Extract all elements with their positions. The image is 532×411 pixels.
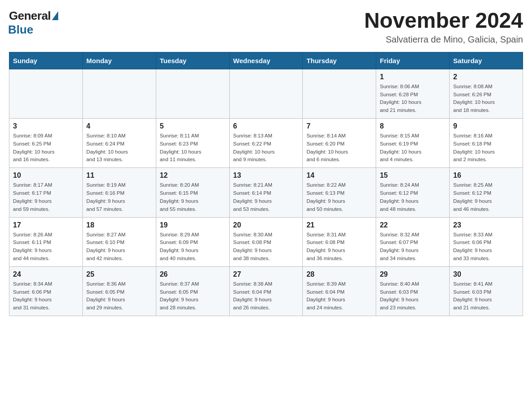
day-number: 22 [380, 221, 446, 229]
day-number: 12 [160, 171, 226, 180]
title-block: November 2024 Salvatierra de Mino, Galic… [364, 9, 523, 45]
day-info: Sunrise: 8:19 AM Sunset: 6:16 PM Dayligh… [86, 181, 152, 213]
day-number: 10 [13, 171, 79, 180]
day-info: Sunrise: 8:40 AM Sunset: 6:03 PM Dayligh… [380, 280, 446, 312]
calendar-cell: 11Sunrise: 8:19 AM Sunset: 6:16 PM Dayli… [82, 168, 156, 217]
day-number: 28 [306, 270, 372, 278]
day-info: Sunrise: 8:08 AM Sunset: 6:26 PM Dayligh… [453, 83, 519, 115]
day-info: Sunrise: 8:13 AM Sunset: 6:22 PM Dayligh… [233, 132, 299, 164]
day-info: Sunrise: 8:39 AM Sunset: 6:04 PM Dayligh… [306, 280, 372, 312]
calendar-cell [303, 69, 376, 118]
calendar-table: SundayMondayTuesdayWednesdayThursdayFrid… [9, 52, 523, 316]
logo-blue-text: Blue [8, 23, 33, 37]
calendar-cell: 17Sunrise: 8:26 AM Sunset: 6:11 PM Dayli… [9, 217, 83, 266]
day-number: 8 [380, 122, 446, 130]
day-info: Sunrise: 8:20 AM Sunset: 6:15 PM Dayligh… [160, 181, 226, 213]
calendar-header-friday: Friday [376, 52, 450, 69]
calendar-cell: 26Sunrise: 8:37 AM Sunset: 6:05 PM Dayli… [156, 266, 229, 316]
calendar-cell: 27Sunrise: 8:38 AM Sunset: 6:04 PM Dayli… [229, 266, 303, 316]
calendar-cell: 9Sunrise: 8:16 AM Sunset: 6:18 PM Daylig… [450, 119, 523, 168]
calendar-cell: 16Sunrise: 8:25 AM Sunset: 6:12 PM Dayli… [450, 168, 523, 217]
day-number: 15 [380, 171, 446, 180]
day-number: 1 [380, 73, 446, 81]
logo-general-text: General [9, 9, 51, 23]
day-info: Sunrise: 8:29 AM Sunset: 6:09 PM Dayligh… [160, 231, 226, 263]
day-number: 23 [453, 221, 519, 229]
page-container: General Blue November 2024 Salvatierra d… [9, 9, 523, 316]
calendar-header-saturday: Saturday [450, 52, 523, 69]
calendar-cell: 2Sunrise: 8:08 AM Sunset: 6:26 PM Daylig… [450, 69, 523, 118]
calendar-cell: 6Sunrise: 8:13 AM Sunset: 6:22 PM Daylig… [229, 119, 303, 168]
calendar-cell: 20Sunrise: 8:30 AM Sunset: 6:08 PM Dayli… [229, 217, 303, 266]
calendar-cell: 3Sunrise: 8:09 AM Sunset: 6:25 PM Daylig… [9, 119, 83, 168]
day-info: Sunrise: 8:11 AM Sunset: 6:23 PM Dayligh… [160, 132, 226, 164]
calendar-cell: 21Sunrise: 8:31 AM Sunset: 6:08 PM Dayli… [303, 217, 376, 266]
day-number: 18 [86, 221, 152, 229]
day-number: 21 [306, 221, 372, 229]
day-number: 2 [453, 73, 519, 81]
day-number: 3 [13, 122, 79, 130]
day-number: 19 [160, 221, 226, 229]
day-info: Sunrise: 8:27 AM Sunset: 6:10 PM Dayligh… [86, 231, 152, 263]
calendar-cell: 8Sunrise: 8:15 AM Sunset: 6:19 PM Daylig… [376, 119, 450, 168]
calendar-cell [9, 69, 83, 118]
day-info: Sunrise: 8:38 AM Sunset: 6:04 PM Dayligh… [233, 280, 299, 312]
day-info: Sunrise: 8:26 AM Sunset: 6:11 PM Dayligh… [13, 231, 79, 263]
logo: General Blue [9, 9, 58, 37]
day-info: Sunrise: 8:41 AM Sunset: 6:03 PM Dayligh… [453, 280, 519, 312]
day-info: Sunrise: 8:33 AM Sunset: 6:06 PM Dayligh… [453, 231, 519, 263]
day-number: 14 [306, 171, 372, 180]
calendar-cell [229, 69, 303, 118]
day-info: Sunrise: 8:06 AM Sunset: 6:28 PM Dayligh… [380, 83, 446, 115]
day-info: Sunrise: 8:36 AM Sunset: 6:05 PM Dayligh… [86, 280, 152, 312]
calendar-cell [82, 69, 156, 118]
calendar-header-thursday: Thursday [303, 52, 376, 69]
calendar-header-tuesday: Tuesday [156, 52, 229, 69]
calendar-cell: 14Sunrise: 8:22 AM Sunset: 6:13 PM Dayli… [303, 168, 376, 217]
calendar-cell: 22Sunrise: 8:32 AM Sunset: 6:07 PM Dayli… [376, 217, 450, 266]
location-subtitle: Salvatierra de Mino, Galicia, Spain [364, 34, 523, 45]
day-number: 7 [306, 122, 372, 130]
day-info: Sunrise: 8:34 AM Sunset: 6:06 PM Dayligh… [13, 280, 79, 312]
day-info: Sunrise: 8:22 AM Sunset: 6:13 PM Dayligh… [306, 181, 372, 213]
calendar-header-monday: Monday [82, 52, 156, 69]
day-info: Sunrise: 8:24 AM Sunset: 6:12 PM Dayligh… [380, 181, 446, 213]
calendar-week-row: 10Sunrise: 8:17 AM Sunset: 6:17 PM Dayli… [9, 168, 523, 217]
day-number: 4 [86, 122, 152, 130]
calendar-cell: 24Sunrise: 8:34 AM Sunset: 6:06 PM Dayli… [9, 266, 83, 316]
day-number: 16 [453, 171, 519, 180]
day-info: Sunrise: 8:09 AM Sunset: 6:25 PM Dayligh… [13, 132, 79, 164]
calendar-cell: 13Sunrise: 8:21 AM Sunset: 6:14 PM Dayli… [229, 168, 303, 217]
calendar-cell: 28Sunrise: 8:39 AM Sunset: 6:04 PM Dayli… [303, 266, 376, 316]
calendar-week-row: 3Sunrise: 8:09 AM Sunset: 6:25 PM Daylig… [9, 119, 523, 168]
logo-triangle-icon [52, 11, 58, 20]
calendar-cell [156, 69, 229, 118]
day-info: Sunrise: 8:17 AM Sunset: 6:17 PM Dayligh… [13, 181, 79, 213]
day-number: 20 [233, 221, 299, 229]
day-info: Sunrise: 8:30 AM Sunset: 6:08 PM Dayligh… [233, 231, 299, 263]
day-info: Sunrise: 8:31 AM Sunset: 6:08 PM Dayligh… [306, 231, 372, 263]
calendar-week-row: 24Sunrise: 8:34 AM Sunset: 6:06 PM Dayli… [9, 266, 523, 316]
day-info: Sunrise: 8:10 AM Sunset: 6:24 PM Dayligh… [86, 132, 152, 164]
day-info: Sunrise: 8:21 AM Sunset: 6:14 PM Dayligh… [233, 181, 299, 213]
calendar-cell: 18Sunrise: 8:27 AM Sunset: 6:10 PM Dayli… [82, 217, 156, 266]
calendar-cell: 30Sunrise: 8:41 AM Sunset: 6:03 PM Dayli… [450, 266, 523, 316]
calendar-week-row: 17Sunrise: 8:26 AM Sunset: 6:11 PM Dayli… [9, 217, 523, 266]
calendar-cell: 15Sunrise: 8:24 AM Sunset: 6:12 PM Dayli… [376, 168, 450, 217]
calendar-cell: 19Sunrise: 8:29 AM Sunset: 6:09 PM Dayli… [156, 217, 229, 266]
day-number: 30 [453, 270, 519, 278]
calendar-cell: 23Sunrise: 8:33 AM Sunset: 6:06 PM Dayli… [450, 217, 523, 266]
day-info: Sunrise: 8:32 AM Sunset: 6:07 PM Dayligh… [380, 231, 446, 263]
day-number: 5 [160, 122, 226, 130]
calendar-cell: 5Sunrise: 8:11 AM Sunset: 6:23 PM Daylig… [156, 119, 229, 168]
day-number: 6 [233, 122, 299, 130]
day-number: 9 [453, 122, 519, 130]
calendar-week-row: 1Sunrise: 8:06 AM Sunset: 6:28 PM Daylig… [9, 69, 523, 118]
calendar-cell: 29Sunrise: 8:40 AM Sunset: 6:03 PM Dayli… [376, 266, 450, 316]
day-info: Sunrise: 8:16 AM Sunset: 6:18 PM Dayligh… [453, 132, 519, 164]
day-number: 26 [160, 270, 226, 278]
day-info: Sunrise: 8:14 AM Sunset: 6:20 PM Dayligh… [306, 132, 372, 164]
calendar-cell: 10Sunrise: 8:17 AM Sunset: 6:17 PM Dayli… [9, 168, 83, 217]
day-info: Sunrise: 8:25 AM Sunset: 6:12 PM Dayligh… [453, 181, 519, 213]
day-number: 29 [380, 270, 446, 278]
